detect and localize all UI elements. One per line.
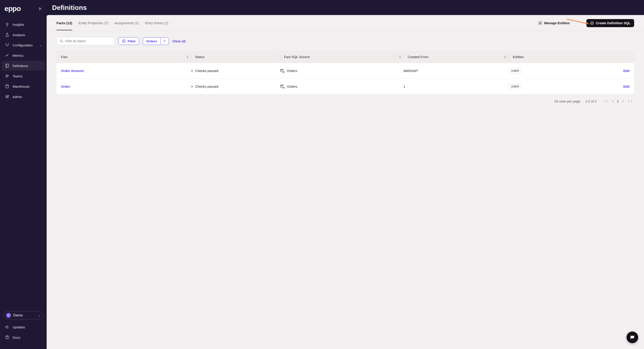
edit-button[interactable]: Edit [598, 69, 630, 73]
sort-icon[interactable]: ▲▼ [504, 55, 506, 59]
rows-per-page-label: 25 rows per page [554, 99, 580, 103]
sort-icon[interactable]: ▲▼ [186, 55, 188, 59]
th-source[interactable]: Fact SQL Source ▲▼ [280, 55, 404, 59]
fact-link[interactable]: Order Amount [61, 69, 191, 73]
svg-point-7 [6, 85, 8, 86]
svg-point-15 [540, 22, 541, 24]
page-first-button[interactable]: ｜< [602, 99, 609, 104]
edit-button[interactable]: Edit [598, 84, 630, 88]
status-cell: Checks passed [191, 84, 280, 88]
nav-warehouse[interactable]: Warehouse [2, 82, 45, 91]
th-fact[interactable]: Fact ▲▼ [61, 55, 191, 59]
search-box[interactable] [56, 37, 115, 45]
created-from-cell: AMOUNT [404, 69, 508, 73]
nav-teams[interactable]: Teams [2, 71, 45, 81]
svg-point-8 [6, 96, 6, 96]
svg-text:SQL: SQL [282, 87, 285, 88]
search-input[interactable] [65, 39, 112, 43]
chip-remove-button[interactable] [160, 38, 168, 44]
clear-all-button[interactable]: Clear all [172, 39, 186, 43]
nav-definitions[interactable]: Definitions [2, 61, 45, 71]
th-created-from[interactable]: Created From ▲▼ [404, 55, 508, 59]
brand-logo: eppo [4, 4, 21, 13]
nav-label: Warehouse [12, 84, 30, 88]
svg-point-12 [7, 338, 8, 338]
tab-entry-points[interactable]: Entry Points (2) [145, 16, 168, 30]
nav-label: Admin [12, 95, 22, 99]
chat-widget-button[interactable] [626, 332, 638, 343]
primary-nav: Insights Analysis Configuration ⌄ Metri [0, 17, 47, 104]
table-row: Order Amount Checks passed SQL Orders AM… [56, 63, 634, 78]
chevron-down-icon: ⌄ [40, 44, 42, 47]
nav-insights[interactable]: Insights [2, 20, 45, 30]
pagination: 25 rows per page 1-2 of 2 ｜< < 1 > >｜ [47, 94, 644, 104]
plus-circle-icon [590, 21, 594, 25]
svg-point-21 [280, 85, 283, 86]
filter-label: Filter [128, 39, 136, 43]
tab-assignments[interactable]: Assignments (2) [114, 16, 139, 30]
tabs-row: Facts (12) Entity Properties (7) Assignm… [47, 15, 644, 31]
gear-icon [538, 21, 542, 25]
table-header: Fact ▲▼ Status Fact SQL Source ▲▼ [56, 51, 634, 63]
nav-updates[interactable]: Updates [2, 322, 45, 332]
nav-label: Teams [12, 74, 22, 78]
nav-analysis[interactable]: Analysis [2, 30, 45, 40]
status-cell: Checks passed [191, 69, 280, 73]
search-icon [60, 39, 64, 43]
th-status: Status [191, 55, 280, 59]
plus-circle-icon [122, 39, 126, 43]
source-cell: SQL Orders [280, 84, 404, 89]
filter-chip-orders: Orders [143, 38, 169, 45]
page-next-button[interactable]: > [621, 99, 625, 104]
page-last-button[interactable]: >｜ [627, 99, 634, 104]
sidebar-collapse-icon[interactable] [38, 7, 42, 10]
th-entities: Entities [508, 55, 598, 59]
page-current: 1 [617, 99, 619, 103]
nav-label: Definitions [12, 64, 28, 68]
tab-facts[interactable]: Facts (12) [56, 16, 72, 30]
status-dot-icon [191, 70, 193, 72]
nav-label: Configuration [12, 43, 32, 47]
sql-icon: SQL [280, 84, 285, 89]
nav-label: Analysis [12, 33, 25, 37]
help-icon [5, 335, 10, 340]
svg-point-2 [8, 43, 9, 44]
nav-admin[interactable]: Admin [2, 92, 45, 102]
sliders-icon [5, 94, 10, 99]
header: Definitions [47, 0, 644, 15]
flask-icon [5, 32, 10, 37]
main-content: Facts (12) Entity Properties (7) Assignm… [47, 15, 644, 349]
svg-point-5 [6, 75, 7, 76]
book-icon [5, 64, 10, 68]
nav-metrics[interactable]: Metrics [2, 50, 45, 60]
fact-link[interactable]: Order [61, 84, 191, 88]
page-range-label: 1-2 of 2 [585, 99, 597, 103]
nav-label: Insights [12, 23, 24, 26]
nav-configuration[interactable]: Configuration ⌄ [2, 40, 45, 50]
chevron-down-icon: ⌄ [38, 314, 40, 317]
bulb-icon [5, 22, 10, 27]
svg-point-17 [60, 40, 62, 42]
nav-label: Docs [12, 336, 20, 339]
source-cell: SQL Orders [280, 68, 404, 73]
manage-entities-label: Manage Entities [544, 21, 570, 25]
svg-point-19 [280, 69, 283, 70]
nav-label: Updates [12, 325, 25, 329]
create-definition-label: Create Definition SQL [596, 21, 630, 25]
users-icon [5, 74, 10, 78]
page-prev-button[interactable]: < [611, 99, 615, 104]
filters-row: Filter Orders Clear all [47, 31, 644, 47]
user-menu[interactable]: D Demo ⌄ [4, 311, 43, 320]
chip-label[interactable]: Orders [143, 38, 160, 45]
chat-icon [630, 335, 635, 340]
svg-point-10 [8, 95, 8, 96]
page-title: Definitions [52, 4, 87, 12]
tab-entity-properties[interactable]: Entity Properties (7) [78, 16, 108, 30]
manage-entities-button[interactable]: Manage Entities [538, 21, 570, 25]
filter-button[interactable]: Filter [118, 37, 139, 45]
create-definition-button[interactable]: Create Definition SQL [586, 19, 634, 27]
facts-table: Fact ▲▼ Status Fact SQL Source ▲▼ [56, 51, 634, 94]
nav-docs[interactable]: Docs [2, 332, 45, 342]
sort-icon[interactable]: ▲▼ [399, 55, 401, 59]
svg-point-1 [6, 43, 6, 44]
